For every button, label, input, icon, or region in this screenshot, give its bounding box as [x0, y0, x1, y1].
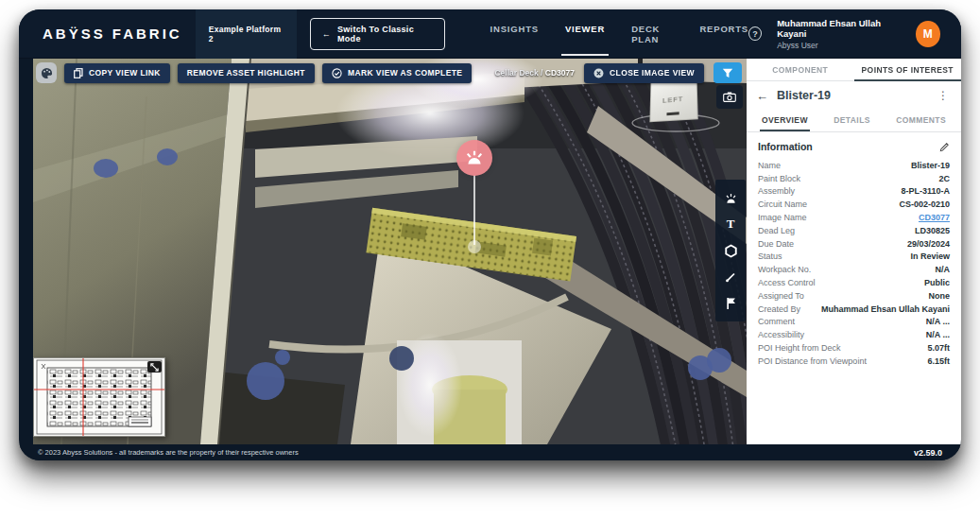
panel-tab-points-of-interest[interactable]: POINTS OF INTEREST [854, 59, 962, 80]
field-value: 2C [938, 174, 950, 183]
sub-tab-details[interactable]: DETAILS [832, 110, 872, 131]
expand-icon [150, 363, 159, 372]
field-label: Created By [758, 304, 800, 314]
poi-title: Blister-19 [777, 89, 935, 102]
field-label: Image Name [758, 213, 807, 222]
breadcrumb: Cellar Deck / CD3077 [494, 68, 575, 78]
field-label: Access Control [758, 278, 816, 287]
copy-view-link-label: COPY VIEW LINK [89, 68, 161, 78]
nav-tab-viewer[interactable]: VIEWER [565, 18, 605, 50]
poi-dot-marker-2[interactable] [157, 148, 178, 165]
switch-classic-mode-button[interactable]: ← Switch To Classic Mode [310, 18, 445, 50]
breadcrumb-deck: Cellar Deck / [494, 68, 542, 78]
nav-tab-reports[interactable]: REPORTS [699, 18, 748, 50]
close-circle-icon [593, 68, 604, 78]
information-fields: NameBlister-19Paint Block2CAssembly8-PL-… [758, 159, 950, 368]
platform-selector-button[interactable]: Example Platform 2 [196, 9, 297, 59]
image-viewer[interactable]: COPY VIEW LINK REMOVE ASSET HIGHLIGHT MA… [33, 59, 747, 444]
field-value: LD30825 [915, 226, 950, 235]
field-label: POI Height from Deck [758, 343, 841, 353]
poi-dot-marker-1[interactable] [94, 159, 118, 178]
close-image-view-label: CLOSE IMAGE VIEW [610, 68, 695, 78]
field-label: Status [758, 251, 782, 261]
field-value: Blister-19 [911, 161, 950, 170]
palette-button[interactable] [36, 62, 57, 83]
flag-icon [725, 297, 737, 310]
active-poi-marker[interactable] [456, 140, 492, 176]
info-field-row-dead-leg: Dead LegLD30825 [758, 224, 950, 237]
deck-plan-minimap[interactable] [33, 357, 165, 437]
field-label: Circuit Name [758, 199, 807, 209]
minimap-expand-button[interactable] [147, 361, 162, 373]
info-field-row-poi-distance-from-viewpoint: POI Distance from Viewpoint6.15ft [758, 355, 950, 368]
info-field-row-assembly: Assembly8-PL-3110-A [758, 185, 950, 199]
remove-asset-highlight-button[interactable]: REMOVE ASSET HIGHLIGHT [178, 63, 315, 83]
text-tool-icon: T [727, 217, 735, 232]
field-value: In Review [910, 251, 950, 261]
filter-icon [722, 68, 733, 78]
switch-classic-mode-label: Switch To Classic Mode [337, 25, 433, 43]
minimap-drawing [34, 358, 164, 436]
flag-tool-button[interactable] [722, 295, 739, 312]
line-tool-button[interactable] [722, 269, 739, 286]
back-arrow-icon[interactable]: ← [756, 89, 768, 103]
info-field-row-access-control: Access ControlPublic [758, 276, 950, 289]
copy-view-link-button[interactable]: COPY VIEW LINK [64, 63, 170, 83]
information-section: Information NameBlister-19Paint Block2CA… [747, 132, 961, 444]
field-label: Assembly [758, 186, 795, 196]
edit-pencil-icon[interactable] [939, 142, 950, 152]
field-label: Name [758, 161, 781, 170]
field-value: N/A ... [926, 317, 950, 326]
field-value: 8-PL-3110-A [901, 186, 950, 196]
info-field-row-due-date: Due Date29/03/2024 [758, 237, 950, 251]
information-header: Information [758, 141, 950, 152]
mark-view-complete-button[interactable]: MARK VIEW AS COMPLETE [322, 63, 472, 83]
field-value: 5.07ft [927, 343, 950, 353]
panel-tab-component[interactable]: COMPONENT [747, 59, 854, 80]
kebab-menu-icon[interactable]: ⋮ [935, 89, 952, 102]
nav-tab-deck-plan[interactable]: DECK PLAN [631, 18, 673, 50]
field-label: POI Distance from Viewpoint [758, 356, 867, 366]
field-value: Muhammad Ehsan Ullah Kayani [821, 304, 950, 314]
user-role: Abyss User [777, 41, 904, 50]
footer-bar: © 2023 Abyss Solutions - all trademarks … [19, 444, 961, 460]
field-label: Comment [758, 317, 795, 326]
avatar[interactable]: M [916, 21, 940, 47]
top-nav-bar: ABŸSS FABRIC Example Platform 2 ← Switch… [19, 9, 961, 59]
user-info: Muhammad Ehsan Ullah Kayani Abyss User [777, 18, 904, 50]
viewer-toolbar: COPY VIEW LINK REMOVE ASSET HIGHLIGHT MA… [36, 62, 472, 83]
camera-button[interactable] [716, 85, 743, 109]
app-window: ABŸSS FABRIC Example Platform 2 ← Switch… [19, 9, 961, 460]
poi-dot-marker-7[interactable] [707, 348, 731, 373]
copy-icon [74, 68, 83, 78]
sub-tab-overview[interactable]: OVERVIEW [760, 110, 810, 131]
close-image-view-button[interactable]: CLOSE IMAGE VIEW [584, 63, 704, 83]
hexagon-icon [724, 244, 738, 258]
field-value: 29/03/2024 [907, 239, 950, 249]
info-field-row-circuit-name: Circuit NameCS-002-0210 [758, 198, 950, 211]
field-label: Assigned To [758, 291, 804, 301]
help-icon[interactable]: ? [748, 26, 762, 41]
poi-dot-marker-5[interactable] [389, 346, 414, 371]
field-label: Dead Leg [758, 226, 795, 235]
sub-tab-comments[interactable]: COMMENTS [894, 110, 948, 131]
poi-header: ← Blister-19 ⋮ [747, 81, 961, 110]
field-value: CS-002-0210 [899, 199, 950, 209]
poi-dot-marker-4[interactable] [275, 350, 290, 365]
filter-button[interactable] [714, 62, 742, 83]
nav-tab-insights[interactable]: INSIGHTS [490, 18, 539, 50]
field-label: Accessibility [758, 330, 804, 339]
info-field-row-accessibility: AccessibilityN/A ... [758, 328, 950, 341]
poi-anchor-dot [468, 240, 481, 253]
blister-highlight-tool-button[interactable] [722, 189, 739, 206]
info-field-row-poi-height-from-deck: POI Height from Deck5.07ft [758, 341, 950, 355]
polygon-tool-button[interactable] [722, 242, 739, 259]
breadcrumb-image: CD3077 [545, 68, 575, 78]
field-value-link[interactable]: CD3077 [919, 213, 950, 222]
text-tool-button[interactable]: T [722, 216, 739, 233]
poi-dot-marker-3[interactable] [247, 362, 284, 400]
check-circle-icon [332, 68, 342, 78]
remove-asset-highlight-label: REMOVE ASSET HIGHLIGHT [187, 68, 305, 78]
copyright-text: © 2023 Abyss Solutions - all trademarks … [38, 448, 299, 457]
panel-tabs: COMPONENTPOINTS OF INTEREST [747, 59, 961, 81]
